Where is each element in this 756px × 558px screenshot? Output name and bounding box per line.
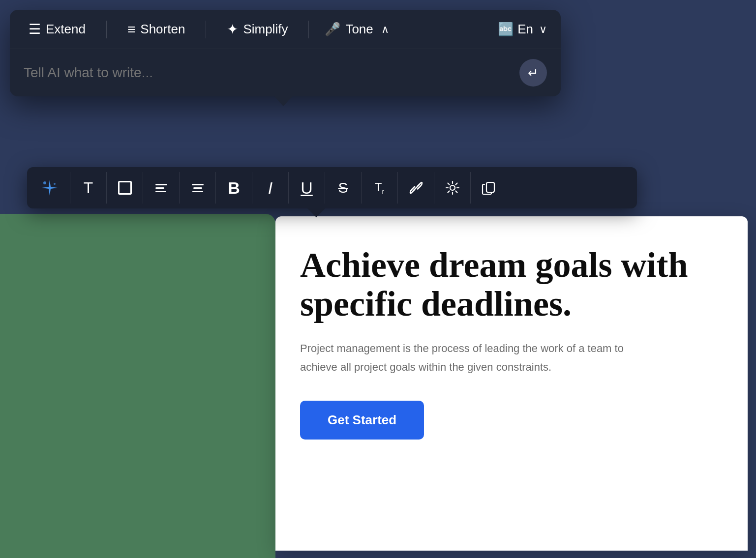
underline-button[interactable]: U xyxy=(289,172,325,204)
language-button[interactable]: 🔤 En ∨ xyxy=(498,22,547,37)
strikethrough-button[interactable]: S xyxy=(325,172,362,204)
bold-button[interactable]: B xyxy=(216,172,252,204)
bold-icon: B xyxy=(228,178,240,198)
svg-rect-4 xyxy=(155,191,166,192)
tone-label: Tone xyxy=(345,22,373,37)
chevron-up-icon: ∧ xyxy=(381,23,389,36)
align-center-button[interactable] xyxy=(180,172,216,204)
link-icon xyxy=(408,179,424,196)
ai-toolbar-actions: ☰ Extend ≡ Shorten ✦ Simplify 🎤 Tone ∧ 🔤… xyxy=(10,10,561,49)
text-size-icon: Tr xyxy=(375,180,384,196)
gear-icon xyxy=(444,179,461,196)
ai-text-input[interactable] xyxy=(24,65,512,81)
sparkle-icon xyxy=(40,178,60,198)
align-left-icon xyxy=(153,180,169,196)
content-panel: Achieve dream goals with specific deadli… xyxy=(275,216,748,551)
align-center-icon xyxy=(190,180,206,196)
green-background xyxy=(0,214,275,558)
align-left-button[interactable] xyxy=(143,172,180,204)
text-format-button[interactable]: T xyxy=(70,172,107,204)
svg-point-9 xyxy=(450,185,455,190)
chevron-down-icon: ∨ xyxy=(539,23,547,36)
extend-label: Extend xyxy=(46,22,86,37)
submit-icon: ↵ xyxy=(528,65,539,81)
ai-input-area: ↵ xyxy=(10,49,561,96)
svg-rect-3 xyxy=(155,187,164,189)
ai-submit-button[interactable]: ↵ xyxy=(519,59,547,87)
svg-rect-2 xyxy=(155,184,167,185)
svg-rect-10 xyxy=(486,182,494,192)
italic-icon: I xyxy=(268,178,272,198)
simplify-button[interactable]: ✦ Simplify xyxy=(222,19,293,40)
svg-rect-6 xyxy=(193,187,202,189)
strikethrough-icon: S xyxy=(338,179,348,196)
link-button[interactable] xyxy=(398,172,434,204)
shorten-label: Shorten xyxy=(140,22,185,37)
box-format-button[interactable] xyxy=(107,172,143,204)
extend-icon: ☰ xyxy=(29,23,41,36)
simplify-icon: ✦ xyxy=(227,23,238,36)
copy-icon xyxy=(481,179,497,196)
divider-1 xyxy=(106,21,107,38)
text-size-button[interactable]: Tr xyxy=(362,172,398,204)
box-icon xyxy=(118,181,132,195)
get-started-button[interactable]: Get Started xyxy=(300,401,424,440)
format-toolbar: T B I U S Tr xyxy=(27,167,637,208)
underline-icon: U xyxy=(301,178,313,198)
svg-point-1 xyxy=(54,183,56,185)
settings-button[interactable] xyxy=(434,172,471,204)
svg-rect-5 xyxy=(192,184,204,185)
shorten-button[interactable]: ≡ Shorten xyxy=(122,19,190,40)
shorten-icon: ≡ xyxy=(127,23,135,36)
svg-rect-7 xyxy=(192,191,203,192)
copy-button[interactable] xyxy=(471,172,507,204)
lang-label: En xyxy=(517,22,533,37)
extend-button[interactable]: ☰ Extend xyxy=(24,19,91,40)
tone-button[interactable]: 🎤 Tone ∧ xyxy=(325,22,389,37)
svg-point-0 xyxy=(43,181,46,184)
ai-sparkle-button[interactable] xyxy=(29,172,70,204)
language-icon: 🔤 xyxy=(498,22,514,37)
text-icon: T xyxy=(84,179,93,197)
divider-3 xyxy=(308,21,309,38)
ai-toolbar: ☰ Extend ≡ Shorten ✦ Simplify 🎤 Tone ∧ 🔤… xyxy=(10,10,561,96)
microphone-icon: 🎤 xyxy=(325,22,340,37)
content-body: Project management is the process of lea… xyxy=(300,339,644,376)
content-heading: Achieve dream goals with specific deadli… xyxy=(300,246,723,323)
divider-2 xyxy=(206,21,206,38)
simplify-label: Simplify xyxy=(243,22,288,37)
italic-button[interactable]: I xyxy=(252,172,289,204)
